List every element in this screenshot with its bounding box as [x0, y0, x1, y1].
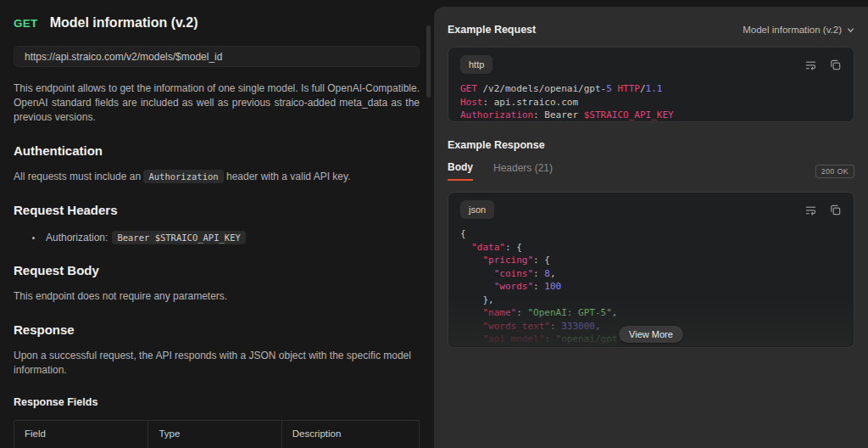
column-header-description: Description	[281, 421, 419, 447]
http-code-toolbar: http	[448, 55, 854, 74]
endpoint-selector-dropdown[interactable]: Model information (v.2)	[743, 25, 854, 35]
wrap-text-icon[interactable]	[804, 204, 817, 216]
example-response-title: Example Response	[448, 139, 854, 151]
response-heading: Response	[14, 322, 420, 337]
chevron-down-icon	[847, 26, 854, 34]
json-code-block: json { "data": { "pricing": { "coins": 8…	[448, 192, 854, 348]
endpoint-url-field[interactable]: https://api.straico.com/v2/models/$model…	[14, 46, 420, 67]
code-line: },	[460, 294, 842, 307]
bullet-icon	[32, 237, 35, 239]
view-more-button[interactable]: View More	[619, 326, 683, 343]
http-code-block: http GET /v2/models/openai/gpt-5 HTTP/1.…	[448, 47, 854, 122]
bearer-token-chip: Bearer $STRAICO_API_KEY	[112, 231, 245, 244]
code-line: "editors_link": "\"",	[460, 346, 842, 349]
code-line: "name": "OpenAI: GPT-5",	[460, 306, 842, 320]
response-fields-table: Field Type Description namestringModel d…	[14, 420, 420, 448]
auth-text-before: All requests must include an	[14, 171, 141, 182]
response-tabs: Body Headers (21) 200 OK	[448, 161, 854, 182]
request-body-text: This endpoint does not require any param…	[14, 289, 420, 304]
endpoint-selector-value: Model information (v.2)	[743, 25, 842, 35]
code-line: GET /v2/models/openai/gpt-5 HTTP/1.1	[460, 82, 842, 96]
authentication-heading: Authentication	[14, 143, 420, 158]
column-header-field: Field	[14, 421, 147, 447]
code-line: "coins": 8,	[460, 267, 842, 281]
status-badge: 200 OK	[815, 165, 854, 178]
json-code-toolbar: json	[448, 200, 854, 219]
example-request-header: Example Request Model information (v.2)	[448, 24, 854, 36]
tab-body[interactable]: Body	[448, 161, 473, 181]
example-request-title: Example Request	[448, 24, 536, 36]
wrap-text-icon[interactable]	[804, 59, 817, 71]
request-body-heading: Request Body	[14, 263, 420, 277]
code-line: "pricing": {	[460, 254, 842, 267]
page-title: Model information (v.2)	[50, 15, 198, 31]
copy-icon[interactable]	[829, 204, 842, 216]
endpoint-docs-pane: GET Model information (v.2) https://api.…	[0, 0, 434, 448]
http-request-code: GET /v2/models/openai/gpt-5 HTTP/1.1Host…	[448, 74, 854, 122]
request-headers-heading: Request Headers	[14, 203, 420, 217]
examples-panel: Example Request Model information (v.2) …	[434, 7, 868, 448]
left-pane-scrollbar[interactable]	[426, 25, 431, 98]
bullet-label: Authorization:	[46, 232, 108, 244]
tab-headers[interactable]: Headers (21)	[493, 162, 553, 180]
code-line: Authorization: Bearer $STRAICO_API_KEY	[460, 109, 842, 122]
response-fields-heading: Response Fields	[14, 396, 420, 408]
table-header-row: Field Type Description	[14, 421, 419, 447]
authentication-text: All requests must include an Authorizati…	[14, 170, 420, 184]
http-method-badge: GET	[14, 17, 38, 30]
api-docs-page: GET Model information (v.2) https://api.…	[0, 0, 868, 448]
code-actions	[804, 204, 842, 216]
code-line: Host: api.straico.com	[460, 96, 842, 109]
endpoint-description: This endpoint allows to get the informat…	[14, 81, 420, 125]
language-chip-http[interactable]: http	[460, 55, 492, 74]
authorization-code-chip: Authorization	[143, 170, 223, 183]
code-actions	[804, 59, 842, 71]
code-line: "words": 100	[460, 280, 842, 294]
copy-icon[interactable]	[829, 59, 842, 71]
code-line: "data": {	[460, 241, 842, 255]
language-chip-json[interactable]: json	[460, 200, 494, 219]
auth-text-after: header with a valid API key.	[226, 171, 351, 182]
response-text: Upon a successful request, the API respo…	[14, 349, 420, 378]
authorization-bullet-item: Authorization: Bearer $STRAICO_API_KEY	[14, 231, 420, 244]
column-header-type: Type	[147, 421, 281, 447]
code-line: {	[460, 227, 842, 241]
endpoint-header: GET Model information (v.2)	[14, 15, 420, 31]
